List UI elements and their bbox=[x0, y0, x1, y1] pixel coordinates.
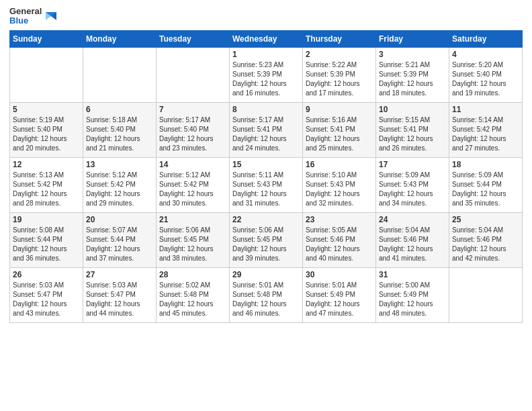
cell-content: Sunrise: 5:12 AM Sunset: 5:42 PM Dayligh… bbox=[86, 171, 153, 208]
cell-content: Sunrise: 5:02 AM Sunset: 5:48 PM Dayligh… bbox=[159, 281, 226, 318]
cell-content: Sunrise: 5:03 AM Sunset: 5:47 PM Dayligh… bbox=[86, 281, 153, 318]
day-number: 11 bbox=[452, 105, 519, 114]
day-number: 28 bbox=[159, 270, 226, 279]
calendar-cell: 20Sunrise: 5:07 AM Sunset: 5:44 PM Dayli… bbox=[83, 212, 157, 267]
cell-content: Sunrise: 5:17 AM Sunset: 5:40 PM Dayligh… bbox=[159, 116, 226, 153]
logo-blue: Blue bbox=[9, 16, 42, 26]
cell-content: Sunrise: 5:17 AM Sunset: 5:41 PM Dayligh… bbox=[232, 116, 300, 153]
calendar-cell: 14Sunrise: 5:12 AM Sunset: 5:42 PM Dayli… bbox=[157, 157, 230, 212]
cell-content: Sunrise: 5:08 AM Sunset: 5:44 PM Dayligh… bbox=[13, 226, 80, 263]
day-number: 1 bbox=[232, 50, 300, 59]
col-header-friday: Friday bbox=[376, 30, 449, 47]
cell-content: Sunrise: 5:04 AM Sunset: 5:46 PM Dayligh… bbox=[379, 226, 446, 263]
calendar-cell: 3Sunrise: 5:21 AM Sunset: 5:39 PM Daylig… bbox=[376, 47, 449, 102]
day-number: 14 bbox=[159, 160, 226, 169]
day-number: 7 bbox=[159, 105, 226, 114]
calendar-cell: 6Sunrise: 5:18 AM Sunset: 5:40 PM Daylig… bbox=[83, 102, 157, 157]
calendar-cell: 12Sunrise: 5:13 AM Sunset: 5:42 PM Dayli… bbox=[10, 157, 83, 212]
col-header-saturday: Saturday bbox=[449, 30, 523, 47]
day-number: 24 bbox=[379, 215, 446, 224]
calendar-body: 1Sunrise: 5:23 AM Sunset: 5:39 PM Daylig… bbox=[10, 47, 523, 322]
day-number: 21 bbox=[159, 215, 226, 224]
cell-content: Sunrise: 5:20 AM Sunset: 5:40 PM Dayligh… bbox=[452, 60, 519, 98]
cell-content: Sunrise: 5:18 AM Sunset: 5:40 PM Dayligh… bbox=[86, 116, 153, 153]
cell-content: Sunrise: 5:11 AM Sunset: 5:43 PM Dayligh… bbox=[232, 171, 300, 208]
cell-content: Sunrise: 5:07 AM Sunset: 5:44 PM Dayligh… bbox=[86, 226, 153, 263]
calendar-cell: 9Sunrise: 5:16 AM Sunset: 5:41 PM Daylig… bbox=[303, 102, 376, 157]
cell-content: Sunrise: 5:16 AM Sunset: 5:41 PM Dayligh… bbox=[306, 116, 373, 153]
cell-content: Sunrise: 5:01 AM Sunset: 5:49 PM Dayligh… bbox=[306, 281, 373, 318]
day-number: 26 bbox=[13, 270, 80, 279]
day-number: 18 bbox=[452, 160, 519, 169]
day-number: 17 bbox=[379, 160, 446, 169]
cell-content: Sunrise: 5:13 AM Sunset: 5:42 PM Dayligh… bbox=[13, 171, 80, 208]
calendar-cell: 31Sunrise: 5:00 AM Sunset: 5:49 PM Dayli… bbox=[376, 267, 449, 322]
calendar-cell: 1Sunrise: 5:23 AM Sunset: 5:39 PM Daylig… bbox=[230, 47, 303, 102]
cell-content: Sunrise: 5:15 AM Sunset: 5:41 PM Dayligh… bbox=[379, 116, 446, 153]
cell-content: Sunrise: 5:01 AM Sunset: 5:48 PM Dayligh… bbox=[232, 281, 300, 318]
logo-text: General Blue bbox=[9, 7, 42, 26]
cell-content: Sunrise: 5:06 AM Sunset: 5:45 PM Dayligh… bbox=[159, 226, 226, 263]
calendar-cell: 10Sunrise: 5:15 AM Sunset: 5:41 PM Dayli… bbox=[376, 102, 449, 157]
day-number: 15 bbox=[232, 160, 300, 169]
logo-arrow-icon bbox=[43, 9, 56, 23]
cell-content: Sunrise: 5:10 AM Sunset: 5:43 PM Dayligh… bbox=[306, 171, 373, 208]
day-number: 19 bbox=[13, 215, 80, 224]
calendar-cell: 8Sunrise: 5:17 AM Sunset: 5:41 PM Daylig… bbox=[230, 102, 303, 157]
day-number: 22 bbox=[232, 215, 300, 224]
calendar-cell: 25Sunrise: 5:04 AM Sunset: 5:46 PM Dayli… bbox=[449, 212, 523, 267]
calendar-cell bbox=[449, 267, 523, 322]
day-number: 12 bbox=[13, 160, 80, 169]
calendar-cell: 7Sunrise: 5:17 AM Sunset: 5:40 PM Daylig… bbox=[157, 102, 230, 157]
cell-content: Sunrise: 5:21 AM Sunset: 5:39 PM Dayligh… bbox=[379, 60, 446, 98]
week-row-2: 5Sunrise: 5:19 AM Sunset: 5:40 PM Daylig… bbox=[10, 102, 523, 157]
calendar-table: SundayMondayTuesdayWednesdayThursdayFrid… bbox=[9, 30, 523, 323]
calendar-cell: 11Sunrise: 5:14 AM Sunset: 5:42 PM Dayli… bbox=[449, 102, 523, 157]
cell-content: Sunrise: 5:23 AM Sunset: 5:39 PM Dayligh… bbox=[232, 60, 300, 98]
calendar-cell: 4Sunrise: 5:20 AM Sunset: 5:40 PM Daylig… bbox=[449, 47, 523, 102]
day-number: 8 bbox=[232, 105, 300, 114]
day-number: 29 bbox=[232, 270, 300, 279]
cell-content: Sunrise: 5:03 AM Sunset: 5:47 PM Dayligh… bbox=[13, 281, 80, 318]
cell-content: Sunrise: 5:00 AM Sunset: 5:49 PM Dayligh… bbox=[379, 281, 446, 318]
day-number: 13 bbox=[86, 160, 153, 169]
calendar-header-row: SundayMondayTuesdayWednesdayThursdayFrid… bbox=[10, 30, 523, 47]
calendar-cell bbox=[10, 47, 83, 102]
col-header-sunday: Sunday bbox=[10, 30, 83, 47]
cell-content: Sunrise: 5:06 AM Sunset: 5:45 PM Dayligh… bbox=[232, 226, 300, 263]
calendar-cell: 23Sunrise: 5:05 AM Sunset: 5:46 PM Dayli… bbox=[303, 212, 376, 267]
calendar-cell: 16Sunrise: 5:10 AM Sunset: 5:43 PM Dayli… bbox=[303, 157, 376, 212]
calendar-cell bbox=[157, 47, 230, 102]
calendar-cell: 17Sunrise: 5:09 AM Sunset: 5:43 PM Dayli… bbox=[376, 157, 449, 212]
header: General Blue bbox=[9, 7, 523, 26]
cell-content: Sunrise: 5:05 AM Sunset: 5:46 PM Dayligh… bbox=[306, 226, 373, 263]
col-header-tuesday: Tuesday bbox=[157, 30, 230, 47]
day-number: 30 bbox=[306, 270, 373, 279]
day-number: 23 bbox=[306, 215, 373, 224]
day-number: 31 bbox=[379, 270, 446, 279]
col-header-monday: Monday bbox=[83, 30, 157, 47]
day-number: 2 bbox=[306, 50, 373, 59]
cell-content: Sunrise: 5:12 AM Sunset: 5:42 PM Dayligh… bbox=[159, 171, 226, 208]
calendar-cell: 28Sunrise: 5:02 AM Sunset: 5:48 PM Dayli… bbox=[157, 267, 230, 322]
day-number: 16 bbox=[306, 160, 373, 169]
cell-content: Sunrise: 5:09 AM Sunset: 5:43 PM Dayligh… bbox=[379, 171, 446, 208]
calendar-cell: 24Sunrise: 5:04 AM Sunset: 5:46 PM Dayli… bbox=[376, 212, 449, 267]
calendar-cell bbox=[83, 47, 157, 102]
calendar-cell: 19Sunrise: 5:08 AM Sunset: 5:44 PM Dayli… bbox=[10, 212, 83, 267]
week-row-4: 19Sunrise: 5:08 AM Sunset: 5:44 PM Dayli… bbox=[10, 212, 523, 267]
calendar-cell: 13Sunrise: 5:12 AM Sunset: 5:42 PM Dayli… bbox=[83, 157, 157, 212]
day-number: 9 bbox=[306, 105, 373, 114]
calendar-cell: 15Sunrise: 5:11 AM Sunset: 5:43 PM Dayli… bbox=[230, 157, 303, 212]
col-header-wednesday: Wednesday bbox=[230, 30, 303, 47]
calendar-cell: 22Sunrise: 5:06 AM Sunset: 5:45 PM Dayli… bbox=[230, 212, 303, 267]
day-number: 25 bbox=[452, 215, 519, 224]
week-row-5: 26Sunrise: 5:03 AM Sunset: 5:47 PM Dayli… bbox=[10, 267, 523, 322]
day-number: 6 bbox=[86, 105, 153, 114]
cell-content: Sunrise: 5:09 AM Sunset: 5:44 PM Dayligh… bbox=[452, 171, 519, 208]
calendar-cell: 26Sunrise: 5:03 AM Sunset: 5:47 PM Dayli… bbox=[10, 267, 83, 322]
week-row-3: 12Sunrise: 5:13 AM Sunset: 5:42 PM Dayli… bbox=[10, 157, 523, 212]
logo-general: General bbox=[9, 7, 42, 16]
calendar-cell: 21Sunrise: 5:06 AM Sunset: 5:45 PM Dayli… bbox=[157, 212, 230, 267]
day-number: 4 bbox=[452, 50, 519, 59]
